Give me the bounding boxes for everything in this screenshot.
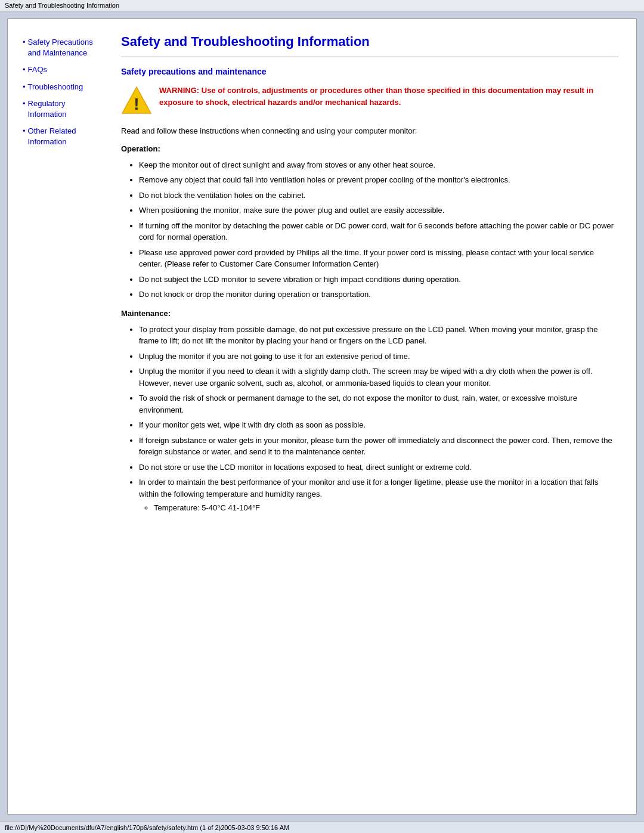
sidebar-item-other[interactable]: • Other Related Information [23,126,103,150]
sidebar: • Safety Precautions and Maintenance • F… [14,31,109,808]
list-item: Please use approved power cord provided … [139,247,618,270]
list-item: Do not knock or drop the monitor during … [139,289,618,301]
list-item: Unplug the monitor if you need to clean … [139,366,618,389]
sidebar-link-regulatory[interactable]: Regulatory Information [28,98,103,120]
svg-text:!: ! [134,95,139,113]
list-item: To protect your display from possible da… [139,324,618,347]
bullet-safety: • [23,37,26,48]
sub-list: Temperature: 5-40°C 41-104°F [139,502,618,514]
main-content: Safety and Troubleshooting Information S… [109,31,630,808]
page-title: Safety and Troubleshooting Information [121,34,618,49]
maintenance-heading: Maintenance: [121,309,618,318]
divider [121,57,618,57]
warning-box: ! WARNING: Use of controls, adjustments … [121,85,618,116]
sidebar-item-faqs[interactable]: • FAQs [23,64,103,78]
sidebar-link-troubleshooting[interactable]: Troubleshooting [28,82,83,92]
list-item: Do not block the ventilation holes on th… [139,190,618,202]
bullet-faqs: • [23,64,26,75]
sub-list-item: Temperature: 5-40°C 41-104°F [154,502,618,514]
list-item: Keep the monitor out of direct sunlight … [139,159,618,171]
sidebar-item-regulatory[interactable]: • Regulatory Information [23,98,103,122]
list-item: Remove any object that could fall into v… [139,174,618,186]
status-bar: file:///D|/My%20Documents/dfu/A7/english… [0,822,644,833]
intro-text: Read and follow these instructions when … [121,125,618,137]
list-item: Unplug the monitor if you are not going … [139,351,618,363]
sidebar-link-faqs[interactable]: FAQs [28,64,48,75]
bullet-regulatory: • [23,98,26,109]
browser-window: • Safety Precautions and Maintenance • F… [0,11,644,822]
bullet-other: • [23,126,26,137]
title-bar-text: Safety and Troubleshooting Information [5,2,119,9]
list-item: Do not store or use the LCD monitor in l… [139,462,618,473]
bullet-troubleshooting: • [23,82,26,92]
sidebar-link-safety[interactable]: Safety Precautions and Maintenance [28,37,103,58]
operation-list: Keep the monitor out of direct sunlight … [121,159,618,301]
list-item: In order to maintain the best performanc… [139,476,618,514]
page-body: • Safety Precautions and Maintenance • F… [8,19,636,814]
sidebar-item-troubleshooting[interactable]: • Troubleshooting [23,82,103,95]
maintenance-list: To protect your display from possible da… [121,324,618,514]
page-container: • Safety Precautions and Maintenance • F… [7,18,637,815]
title-bar: Safety and Troubleshooting Information [0,0,644,11]
list-item: Do not subject the LCD monitor to severe… [139,274,618,286]
warning-text: WARNING: Use of controls, adjustments or… [159,85,618,108]
status-bar-text: file:///D|/My%20Documents/dfu/A7/english… [5,824,289,831]
list-item: When positioning the monitor, make sure … [139,205,618,216]
section-title: Safety precautions and maintenance [121,67,618,76]
operation-heading: Operation: [121,144,618,153]
sidebar-link-other[interactable]: Other Related Information [28,126,103,147]
list-item: If turning off the monitor by detaching … [139,220,618,243]
list-item: If foreign substance or water gets in yo… [139,435,618,458]
list-item: To avoid the risk of shock or permanent … [139,392,618,416]
sidebar-item-safety[interactable]: • Safety Precautions and Maintenance [23,37,103,61]
list-item: If your monitor gets wet, wipe it with d… [139,419,618,431]
warning-icon: ! [121,85,152,116]
